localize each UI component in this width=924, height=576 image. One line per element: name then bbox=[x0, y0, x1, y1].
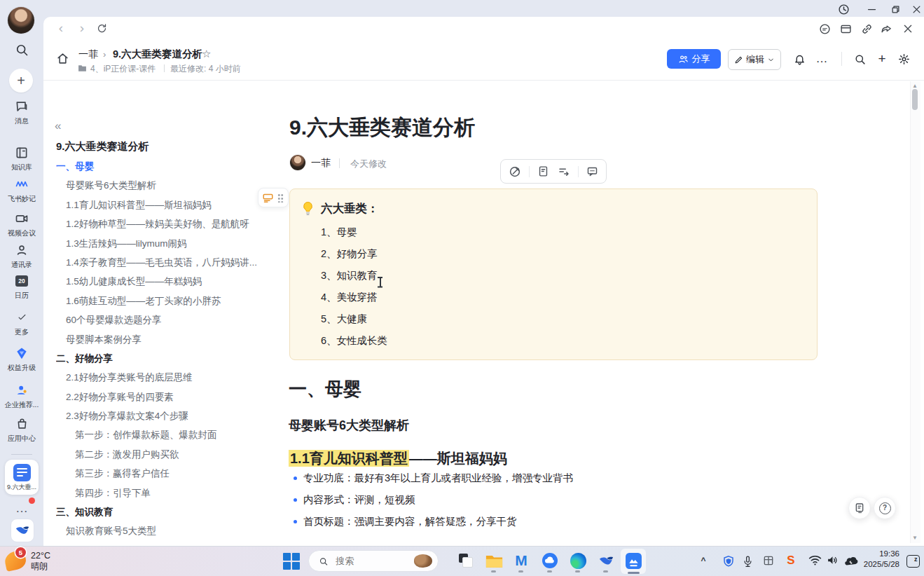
volume-tray-icon[interactable] bbox=[826, 554, 839, 565]
author-avatar[interactable] bbox=[290, 155, 305, 170]
history-icon[interactable] bbox=[835, 2, 852, 16]
search-icon[interactable] bbox=[15, 43, 29, 57]
bullet-item[interactable]: 首页标题：强调主要内容，解答疑惑，分享干货 bbox=[291, 511, 810, 533]
more-actions-button[interactable]: … bbox=[815, 52, 829, 66]
callout-item[interactable]: 6、女性成长类 bbox=[321, 330, 783, 352]
sidebar-item-wiki[interactable]: 知识库 bbox=[0, 145, 43, 172]
bullet-item[interactable]: 内容形式：评测，短视频 bbox=[291, 489, 810, 511]
wifi-tray-icon[interactable] bbox=[808, 554, 822, 565]
drag-handle-icon[interactable] bbox=[277, 193, 284, 203]
header-search-button[interactable] bbox=[853, 52, 867, 66]
copy-link-button[interactable] bbox=[859, 21, 874, 36]
outline-item[interactable]: 2.3好物分享爆款文案4个步骤 bbox=[56, 406, 275, 425]
help-button[interactable]: ? bbox=[874, 497, 896, 519]
scroll-down-arrow[interactable]: ▼ bbox=[911, 535, 918, 542]
sidebar-item-recommend[interactable]: 企业推荐... bbox=[0, 383, 43, 410]
sidebar-item-appcenter[interactable]: 应用中心 bbox=[0, 416, 43, 444]
rail-more-apps[interactable]: … bbox=[0, 499, 43, 517]
feishu-app-button[interactable] bbox=[597, 551, 615, 570]
sidebar-item-minutes[interactable]: 飞书妙记 bbox=[0, 177, 43, 204]
outline-item[interactable]: 1.4亲子教育型——毛毛虫英语，八斤妈妈讲... bbox=[56, 253, 275, 272]
outline-item[interactable]: 第二步：激发用户购买欲 bbox=[56, 445, 275, 464]
outline-item[interactable]: 第一步：创作爆款标题、爆款封面 bbox=[56, 425, 275, 444]
minimize-button[interactable] bbox=[863, 2, 880, 16]
notifications-button[interactable] bbox=[792, 52, 806, 66]
insert-list-button[interactable] bbox=[558, 165, 570, 178]
favorite-star-icon[interactable]: ☆ bbox=[202, 48, 211, 60]
search-input[interactable] bbox=[334, 555, 414, 567]
callout-item[interactable]: 4、美妆穿搭 bbox=[321, 287, 783, 308]
callout-item[interactable]: 5、大健康 bbox=[321, 308, 783, 330]
doc-feedback-button[interactable] bbox=[848, 497, 871, 519]
outline-item[interactable]: 1.3生活辣妈——lilymum闹妈 bbox=[56, 234, 275, 253]
author-name[interactable]: 一菲 bbox=[311, 157, 331, 170]
taskbar-clock[interactable]: 19:36 2025/5/28 bbox=[856, 549, 899, 569]
new-doc-button[interactable]: + bbox=[875, 52, 889, 66]
taskbar-search[interactable] bbox=[308, 550, 439, 572]
section-heading-3[interactable]: 1.1育儿知识科普型——斯坦福妈妈 bbox=[289, 449, 507, 468]
outline-collapse-button[interactable]: « bbox=[55, 119, 61, 133]
nav-forward-button[interactable]: › bbox=[74, 20, 90, 36]
file-explorer-button[interactable] bbox=[485, 551, 503, 570]
outline-item[interactable]: 1.5幼儿健康成长型——年糕妈妈 bbox=[56, 272, 275, 291]
doc-scrollbar[interactable] bbox=[910, 81, 920, 543]
outline-item[interactable]: 第四步：引导下单 bbox=[56, 484, 275, 502]
outline-item[interactable]: 母婴脚本案例分享 bbox=[56, 330, 275, 349]
sidebar-item-contacts[interactable]: 通讯录 bbox=[0, 242, 43, 270]
outline-item[interactable]: 二、好物分享 bbox=[56, 349, 275, 368]
sidebar-item-messages[interactable]: 消息 bbox=[0, 99, 43, 126]
edit-button[interactable]: 编辑 bbox=[728, 49, 781, 70]
close-window-button[interactable] bbox=[908, 2, 924, 16]
outline-item[interactable]: 2.2好物分享账号的四要素 bbox=[56, 388, 275, 406]
bullet-item[interactable]: 专业功底：最好有3年以上育儿或者职业经验，增强专业背书 bbox=[291, 467, 810, 489]
security-tray-icon[interactable] bbox=[722, 554, 735, 568]
restore-button[interactable] bbox=[887, 2, 904, 16]
comment-button[interactable] bbox=[586, 165, 598, 177]
panel-button[interactable] bbox=[838, 21, 853, 36]
doc-link-button[interactable] bbox=[537, 165, 549, 177]
sidebar-item-more[interactable]: 更多 bbox=[0, 310, 43, 337]
breadcrumb-parent[interactable]: 一菲 bbox=[78, 48, 98, 61]
feishu-docs-button[interactable] bbox=[624, 551, 642, 570]
theme-button[interactable] bbox=[509, 165, 521, 178]
feishu-logo[interactable] bbox=[11, 519, 34, 542]
weather-description[interactable]: 晴朗 bbox=[31, 561, 48, 571]
outline-item[interactable]: 1.2好物种草型——辣妈美美好物、是航航呀 bbox=[56, 214, 275, 233]
weather-temperature[interactable]: 22°C bbox=[31, 551, 50, 561]
ime-tray-icon[interactable] bbox=[762, 554, 774, 566]
callout-item[interactable]: 3、知识教育 bbox=[321, 265, 783, 287]
section-heading-1[interactable]: 一、母婴 bbox=[289, 377, 361, 402]
mail-button[interactable]: M bbox=[512, 551, 530, 570]
outline-item[interactable]: 三、知识教育 bbox=[56, 502, 275, 521]
start-button[interactable] bbox=[283, 553, 300, 570]
user-avatar[interactable] bbox=[8, 7, 34, 34]
sidebar-item-meetings[interactable]: 视频会议 bbox=[0, 211, 43, 238]
outline-item[interactable]: 母婴账号6大类型解析 bbox=[56, 176, 275, 195]
outline-item[interactable]: 60个母婴爆款选题分享 bbox=[56, 310, 275, 329]
callout-block-icon[interactable] bbox=[263, 193, 273, 203]
scrollbar-thumb[interactable] bbox=[912, 89, 918, 110]
breadcrumb-title[interactable]: 9.六大垂类赛道分析 bbox=[113, 48, 202, 61]
microphone-tray-icon[interactable] bbox=[742, 554, 753, 568]
outline-doc-title[interactable]: 9.六大垂类赛道分析 bbox=[56, 140, 149, 153]
callout-item[interactable]: 1、母婴 bbox=[321, 221, 783, 243]
create-button[interactable]: + bbox=[9, 69, 33, 92]
edge-button[interactable] bbox=[569, 551, 587, 570]
tray-expand-button[interactable]: ^ bbox=[698, 554, 709, 567]
outline-item[interactable]: 1.1育儿知识科普型——斯坦福妈妈 bbox=[56, 196, 275, 214]
outline-item[interactable]: 2.1好物分享类账号的底层思维 bbox=[56, 368, 275, 387]
task-view-button[interactable] bbox=[457, 551, 475, 570]
quark-browser-button[interactable] bbox=[541, 551, 559, 570]
close-tab-button[interactable] bbox=[900, 21, 916, 36]
settings-button[interactable] bbox=[897, 52, 911, 66]
callout-item[interactable]: 2、好物分享 bbox=[321, 243, 783, 265]
open-doc-shortcut[interactable]: 9.六大垂... bbox=[5, 460, 39, 495]
sidebar-item-calendar[interactable]: 20 日历 bbox=[0, 273, 43, 301]
section-heading-2[interactable]: 母婴账号6大类型解析 bbox=[289, 417, 409, 434]
outline-item[interactable]: 1.6萌娃互动型——老丁头家的小胖苏 bbox=[56, 292, 275, 310]
share-button[interactable]: 分享 bbox=[667, 49, 721, 69]
search-highlight-image[interactable] bbox=[414, 554, 432, 568]
outline-item[interactable]: 一、母婴 bbox=[56, 157, 275, 176]
share-window-button[interactable] bbox=[878, 21, 894, 36]
outline-item[interactable]: 第三步：赢得客户信任 bbox=[56, 464, 275, 483]
